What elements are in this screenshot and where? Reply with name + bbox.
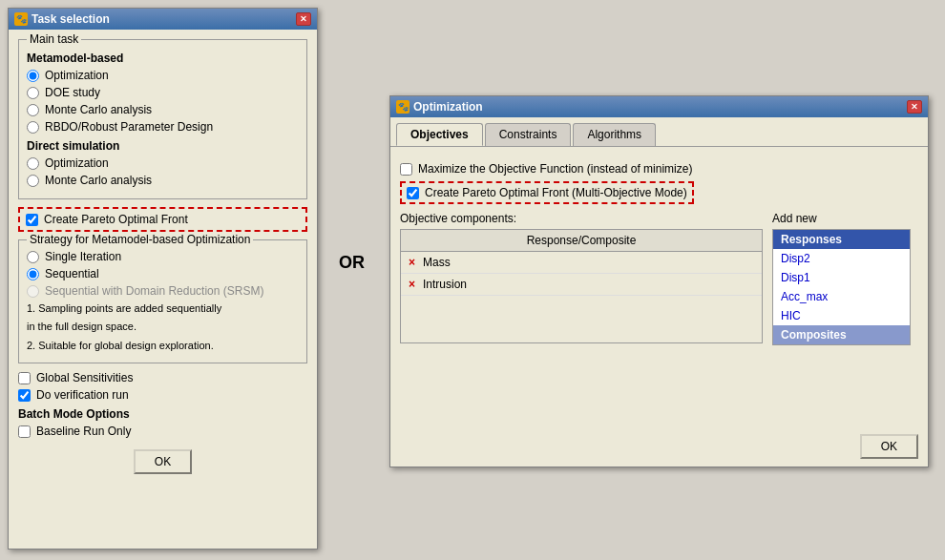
- metamodel-monte-carlo-label: Monte Carlo analysis: [45, 103, 152, 116]
- maximize-row[interactable]: Maximize the Objective Function (instead…: [400, 162, 918, 176]
- info-line2: in the full design space.: [27, 320, 299, 334]
- add-disp1[interactable]: Disp1: [773, 268, 910, 287]
- task-selection-close-btn[interactable]: ✕: [296, 12, 311, 26]
- tab-constraints[interactable]: Constraints: [485, 123, 572, 146]
- task-selection-title-bar: 🐾 Task selection ✕: [9, 9, 317, 30]
- task-selection-icon: 🐾: [14, 12, 28, 26]
- opt-pareto-checkbox[interactable]: [407, 187, 419, 199]
- info-line3: 2. Suitable for global design exploratio…: [27, 339, 299, 353]
- do-verification-label: Do verification run: [36, 388, 129, 402]
- task-selection-ok-button[interactable]: OK: [134, 449, 192, 474]
- obj-components-container: Objective components: Response/Composite…: [400, 212, 763, 345]
- add-new-list: Responses Disp2 Disp1 Acc_max HIC Compos…: [772, 229, 911, 345]
- opt-pareto-row[interactable]: Create Pareto Optimal Front (Multi-Objec…: [400, 181, 694, 204]
- main-task-group: Main task Metamodel-based Optimization D…: [18, 39, 307, 199]
- obj-table-header: Response/Composite: [401, 230, 762, 252]
- direct-sim-monte-label: Monte Carlo analysis: [45, 174, 152, 187]
- strategy-sequential[interactable]: Sequential: [27, 267, 299, 280]
- metamodel-label: Metamodel-based: [27, 52, 299, 65]
- remove-intrusion-icon[interactable]: ×: [409, 278, 415, 291]
- metamodel-rbdo-label: RBDO/Robust Parameter Design: [45, 120, 213, 134]
- metamodel-optimization-label: Optimization: [45, 69, 109, 82]
- main-task-group-label: Main task: [27, 32, 81, 46]
- metamodel-optimization[interactable]: Optimization: [27, 69, 299, 82]
- global-sens-checkbox[interactable]: [18, 372, 31, 384]
- metamodel-doe-label: DOE study: [45, 86, 100, 99]
- baseline-checkbox[interactable]: [18, 425, 31, 438]
- tab-algorithms[interactable]: Algorithms: [573, 123, 656, 146]
- table-row[interactable]: × Mass: [401, 252, 762, 274]
- metamodel-doe[interactable]: DOE study: [27, 86, 299, 99]
- add-acc-max[interactable]: Acc_max: [773, 287, 910, 306]
- maximize-checkbox[interactable]: [400, 163, 412, 176]
- strategy-single-label: Single Iteration: [45, 250, 121, 263]
- strategy-sequential-label: Sequential: [45, 267, 99, 280]
- add-new-panel: Add new Responses Disp2 Disp1 Acc_max HI…: [772, 212, 911, 345]
- optimization-title: Optimization: [413, 100, 483, 114]
- obj-table: Response/Composite × Mass × Intrusion: [400, 229, 763, 343]
- or-label: OR: [339, 253, 365, 273]
- do-verification-row[interactable]: Do verification run: [18, 388, 307, 402]
- optimization-icon: 🐾: [396, 100, 410, 114]
- baseline-label: Baseline Run Only: [36, 425, 131, 438]
- task-selection-window: 🐾 Task selection ✕ Main task Metamodel-b…: [8, 8, 318, 550]
- add-hic[interactable]: HIC: [773, 306, 910, 325]
- create-pareto-label: Create Pareto Optimal Front: [44, 213, 188, 226]
- remove-mass-icon[interactable]: ×: [409, 256, 415, 269]
- maximize-label: Maximize the Objective Function (instead…: [418, 162, 692, 176]
- objectives-section: Objective components: Response/Composite…: [400, 212, 918, 345]
- mass-label: Mass: [423, 256, 451, 269]
- add-new-label: Add new: [772, 212, 911, 225]
- strategy-title: Strategy for Metamodel-based Optimizatio…: [27, 233, 253, 246]
- opt-pareto-label: Create Pareto Optimal Front (Multi-Objec…: [425, 186, 687, 199]
- obj-components-label: Objective components:: [400, 212, 763, 225]
- create-pareto-box[interactable]: Create Pareto Optimal Front: [18, 207, 307, 232]
- direct-sim-opt-label: Optimization: [45, 156, 109, 170]
- responses-header: Responses: [773, 230, 910, 249]
- baseline-run-row[interactable]: Baseline Run Only: [18, 425, 307, 438]
- do-verification-checkbox[interactable]: [18, 389, 31, 402]
- metamodel-rbdo[interactable]: RBDO/Robust Parameter Design: [27, 120, 299, 134]
- optimization-bottom: OK: [390, 426, 928, 467]
- task-selection-title: Task selection: [32, 12, 110, 26]
- batch-mode-label: Batch Mode Options: [18, 407, 307, 421]
- global-sensitivities-row[interactable]: Global Sensitivities: [18, 371, 307, 384]
- optimization-close-btn[interactable]: ✕: [907, 100, 922, 114]
- strategy-group: Strategy for Metamodel-based Optimizatio…: [18, 239, 307, 363]
- objectives-tab-content: Maximize the Objective Function (instead…: [390, 146, 928, 426]
- table-row[interactable]: × Intrusion: [401, 274, 762, 296]
- strategy-srsm: Sequential with Domain Reduction (SRSM): [27, 284, 299, 298]
- optimization-ok-button[interactable]: OK: [860, 434, 918, 459]
- direct-sim-opt[interactable]: Optimization: [27, 156, 299, 170]
- global-sens-label: Global Sensitivities: [36, 371, 133, 384]
- info-line1: 1. Sampling points are added sequentiall…: [27, 301, 299, 316]
- intrusion-label: Intrusion: [423, 278, 467, 291]
- tab-objectives[interactable]: Objectives: [396, 123, 483, 146]
- metamodel-monte-carlo[interactable]: Monte Carlo analysis: [27, 103, 299, 116]
- strategy-srsm-label: Sequential with Domain Reduction (SRSM): [45, 284, 263, 298]
- composites-footer[interactable]: Composites: [773, 325, 910, 344]
- add-disp2[interactable]: Disp2: [773, 249, 910, 268]
- strategy-single[interactable]: Single Iteration: [27, 250, 299, 263]
- create-pareto-checkbox[interactable]: [26, 214, 38, 226]
- optimization-title-bar: 🐾 Optimization ✕: [390, 96, 928, 117]
- direct-sim-label: Direct simulation: [27, 139, 299, 153]
- direct-sim-monte[interactable]: Monte Carlo analysis: [27, 174, 299, 187]
- optimization-window: 🐾 Optimization ✕ Objectives Constraints …: [389, 95, 929, 467]
- tabs-bar: Objectives Constraints Algorithms: [390, 117, 928, 146]
